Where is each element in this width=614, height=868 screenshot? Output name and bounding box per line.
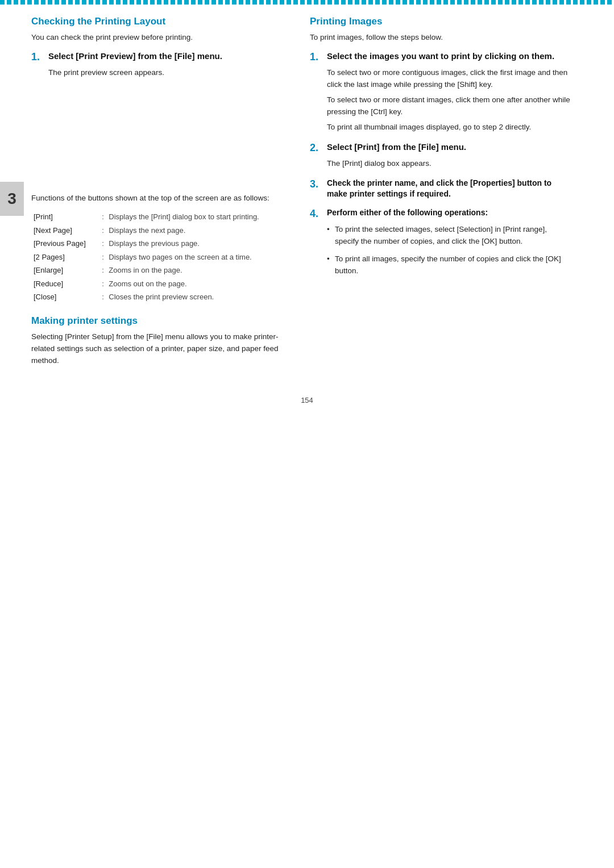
right-step2-body: The [Print] dialog box appears. xyxy=(327,158,571,170)
button-label: [Reduce] xyxy=(31,277,99,291)
right-step4-number: 4. xyxy=(310,207,322,220)
button-separator: : xyxy=(99,290,106,304)
button-description: Displays the next page. xyxy=(106,224,293,237)
button-separator: : xyxy=(99,224,106,237)
right-step3: 3. Check the printer name, and click the… xyxy=(310,178,571,199)
button-separator: : xyxy=(99,277,106,291)
button-row: [Reduce]:Zooms out on the page. xyxy=(31,277,293,291)
right-step2-title: Select [Print] from the [File] menu. xyxy=(327,141,466,153)
button-label: [Print] xyxy=(31,210,99,224)
right-step1-para2: To select two or more distant images, cl… xyxy=(327,94,571,118)
button-description: Closes the print preview screen. xyxy=(106,290,293,304)
bullet-item: To print all images, specify the number … xyxy=(327,253,571,277)
right-step1-number: 1. xyxy=(310,51,322,64)
right-step3-header: 3. Check the printer name, and click the… xyxy=(310,178,571,199)
printer-settings-body: Selecting [Printer Setup] from the [File… xyxy=(31,331,293,367)
button-description: Displays two pages on the screen at a ti… xyxy=(106,251,293,264)
right-step3-number: 3. xyxy=(310,178,322,191)
checking-layout-intro: You can check the print preview before p… xyxy=(31,32,293,44)
button-description: Zooms in on the page. xyxy=(106,264,293,277)
printing-images-section: Printing Images To print images, follow … xyxy=(310,16,571,277)
button-row: [2 Pages]:Displays two pages on the scre… xyxy=(31,251,293,264)
top-border xyxy=(0,0,614,5)
printer-settings-section: Making printer settings Selecting [Print… xyxy=(31,315,293,367)
right-step1-title: Select the images you want to print by c… xyxy=(327,51,554,62)
button-description: Zooms out on the page. xyxy=(106,277,293,291)
button-row: [Close]:Closes the print preview screen. xyxy=(31,290,293,304)
button-separator: : xyxy=(99,210,106,224)
functions-intro: Functions of the buttons shown at the to… xyxy=(31,193,293,205)
right-step1-para3: To print all thumbnail images displayed,… xyxy=(327,122,571,133)
content-area: Checking the Printing Layout You can che… xyxy=(0,5,614,385)
chapter-number-text: 3 xyxy=(7,190,16,208)
button-separator: : xyxy=(99,237,106,251)
right-step4-bullets: To print the selected images, select [Se… xyxy=(327,224,571,277)
button-label: [Close] xyxy=(31,290,99,304)
printer-settings-heading: Making printer settings xyxy=(31,315,293,327)
left-step1-body: The print preview screen appears. xyxy=(48,67,293,79)
button-row: [Previous Page]:Displays the previous pa… xyxy=(31,237,293,251)
checking-layout-section: Checking the Printing Layout You can che… xyxy=(31,16,293,304)
right-step4: 4. Perform either of the following opera… xyxy=(310,207,571,277)
right-step1-header: 1. Select the images you want to print b… xyxy=(310,51,571,64)
right-step3-title: Check the printer name, and click the [P… xyxy=(327,178,571,199)
printing-images-intro: To print images, follow the steps below. xyxy=(310,32,571,44)
left-step1-title: Select [Print Preview] from the [File] m… xyxy=(48,51,222,62)
left-column: Checking the Printing Layout You can che… xyxy=(31,16,293,373)
button-label: [Enlarge] xyxy=(31,264,99,277)
bullet-item: To print the selected images, select [Se… xyxy=(327,224,571,248)
button-row: [Print]:Displays the [Print] dialog box … xyxy=(31,210,293,224)
right-step4-title: Perform either of the following operatio… xyxy=(327,207,488,218)
button-label: [Previous Page] xyxy=(31,237,99,251)
right-step1: 1. Select the images you want to print b… xyxy=(310,51,571,133)
printing-images-heading: Printing Images xyxy=(310,16,571,27)
left-step1-number: 1. xyxy=(31,51,44,64)
left-step1-header: 1. Select [Print Preview] from the [File… xyxy=(31,51,293,64)
right-step2: 2. Select [Print] from the [File] menu. … xyxy=(310,141,571,170)
button-label: [2 Pages] xyxy=(31,251,99,264)
button-description: Displays the [Print] dialog box to start… xyxy=(106,210,293,224)
button-row: [Next Page]:Displays the next page. xyxy=(31,224,293,237)
right-step2-header: 2. Select [Print] from the [File] menu. xyxy=(310,141,571,155)
page-wrapper: 3 Checking the Printing Layout You can c… xyxy=(0,0,614,868)
button-row: [Enlarge]:Zooms in on the page. xyxy=(31,264,293,277)
right-step2-number: 2. xyxy=(310,141,322,155)
button-description: Displays the previous page. xyxy=(106,237,293,251)
button-separator: : xyxy=(99,251,106,264)
page-number: 154 xyxy=(0,385,614,413)
button-table: [Print]:Displays the [Print] dialog box … xyxy=(31,210,293,304)
left-step1: 1. Select [Print Preview] from the [File… xyxy=(31,51,293,79)
chapter-number: 3 xyxy=(0,182,24,216)
right-step1-para1: To select two or more contiguous images,… xyxy=(327,67,571,91)
right-column: Printing Images To print images, follow … xyxy=(310,16,571,373)
button-separator: : xyxy=(99,264,106,277)
right-step4-header: 4. Perform either of the following opera… xyxy=(310,207,571,220)
button-label: [Next Page] xyxy=(31,224,99,237)
checking-layout-heading: Checking the Printing Layout xyxy=(31,16,293,27)
